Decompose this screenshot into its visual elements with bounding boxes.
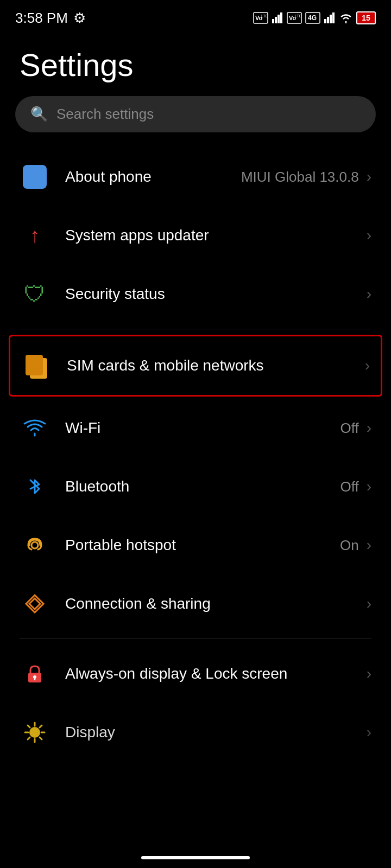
- system-apps-label: System apps updater: [65, 227, 209, 244]
- wifi-icon: [20, 413, 50, 443]
- svg-point-22: [29, 727, 40, 738]
- settings-item-bluetooth[interactable]: Bluetooth Off ›: [0, 457, 391, 516]
- wifi-status-icon: [339, 12, 353, 23]
- system-apps-icon: ↑: [20, 220, 50, 251]
- settings-item-about-phone[interactable]: About phone MIUI Global 13.0.8 ›: [0, 148, 391, 206]
- divider-2: [20, 639, 371, 639]
- about-phone-label: About phone: [65, 168, 152, 186]
- settings-item-security-status[interactable]: 🛡 Security status ›: [0, 265, 391, 323]
- sim-cards-icon: [21, 350, 52, 381]
- svg-rect-14: [330, 15, 332, 23]
- security-status-chevron: ›: [367, 285, 371, 303]
- svg-rect-4: [275, 17, 277, 23]
- search-icon: 🔍: [30, 106, 48, 123]
- svg-point-20: [33, 675, 36, 679]
- status-time: 3:58 PM ⚙: [15, 10, 86, 27]
- bluetooth-chevron: ›: [367, 478, 371, 495]
- always-on-label: Always-on display & Lock screen: [65, 664, 287, 684]
- svg-line-27: [28, 725, 30, 727]
- bottom-indicator: [141, 856, 250, 859]
- lock-icon: [20, 659, 50, 689]
- divider-1: [20, 329, 371, 329]
- 4g-icon: 4G: [305, 12, 320, 24]
- settings-item-display[interactable]: Display ›: [0, 703, 391, 762]
- hotspot-value: On: [340, 537, 359, 554]
- always-on-chevron: ›: [367, 665, 371, 682]
- wifi-chevron: ›: [367, 419, 371, 437]
- about-phone-chevron: ›: [367, 168, 371, 186]
- volte-icon-2: Vo LTE: [287, 12, 302, 24]
- search-placeholder: Search settings: [56, 106, 154, 123]
- hotspot-chevron: ›: [367, 537, 371, 554]
- status-icons: Vo LTE Vo LTE 4G 15: [253, 11, 376, 24]
- svg-rect-13: [327, 17, 329, 23]
- settings-item-system-apps-updater[interactable]: ↑ System apps updater ›: [0, 206, 391, 265]
- settings-item-portable-hotspot[interactable]: Portable hotspot On ›: [0, 516, 391, 575]
- wifi-label: Wi-Fi: [65, 419, 100, 437]
- about-phone-icon: [20, 162, 50, 192]
- display-label: Display: [65, 724, 115, 741]
- svg-text:4G: 4G: [308, 14, 317, 22]
- svg-point-16: [31, 542, 38, 548]
- security-status-icon: 🛡: [20, 279, 50, 309]
- svg-line-29: [40, 725, 42, 727]
- display-icon: [20, 717, 50, 748]
- svg-rect-12: [324, 19, 326, 23]
- battery-indicator: 15: [356, 11, 376, 24]
- about-phone-value: MIUI Global 13.0.8: [241, 169, 359, 186]
- connection-icon: [20, 589, 50, 619]
- gear-icon: ⚙: [73, 10, 86, 27]
- volte-icon: Vo LTE: [253, 12, 268, 24]
- bluetooth-value: Off: [340, 478, 358, 495]
- status-bar: 3:58 PM ⚙ Vo LTE Vo LTE 4G: [0, 0, 391, 30]
- time-display: 3:58 PM: [15, 10, 68, 27]
- battery-level: 15: [362, 14, 370, 22]
- hotspot-icon: [20, 530, 50, 560]
- settings-item-always-on-display[interactable]: Always-on display & Lock screen ›: [0, 644, 391, 703]
- svg-rect-3: [272, 19, 274, 23]
- svg-text:LTE: LTE: [261, 14, 268, 18]
- signal-bars-1: [272, 12, 283, 23]
- svg-rect-15: [332, 12, 335, 23]
- hotspot-label: Portable hotspot: [65, 537, 176, 554]
- signal-bars-2: [324, 12, 336, 23]
- bottom-bar: [0, 856, 391, 859]
- svg-text:LTE: LTE: [295, 14, 302, 18]
- wifi-value: Off: [340, 420, 358, 437]
- search-bar[interactable]: 🔍 Search settings: [15, 96, 376, 132]
- bluetooth-label: Bluetooth: [65, 478, 129, 495]
- settings-item-connection-sharing[interactable]: Connection & sharing ›: [0, 575, 391, 633]
- connection-chevron: ›: [367, 595, 371, 612]
- svg-line-30: [28, 737, 30, 739]
- sim-cards-label: SIM cards & mobile networks: [67, 357, 264, 374]
- system-apps-chevron: ›: [367, 227, 371, 244]
- settings-item-wifi[interactable]: Wi-Fi Off ›: [0, 399, 391, 457]
- security-status-label: Security status: [65, 285, 165, 303]
- connection-label: Connection & sharing: [65, 595, 211, 612]
- sim-cards-chevron: ›: [365, 357, 370, 374]
- bluetooth-icon: [20, 471, 50, 502]
- svg-rect-6: [280, 12, 282, 23]
- page-title: Settings: [0, 30, 391, 96]
- settings-item-sim-cards[interactable]: SIM cards & mobile networks ›: [9, 335, 382, 397]
- svg-line-28: [40, 737, 42, 739]
- display-chevron: ›: [367, 724, 371, 741]
- svg-rect-5: [278, 15, 280, 23]
